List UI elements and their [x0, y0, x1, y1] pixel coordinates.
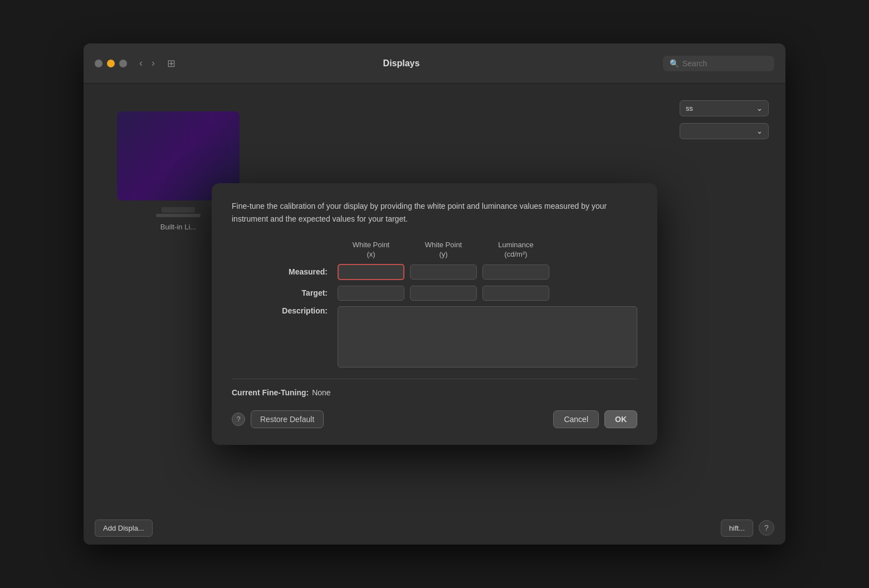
- measured-white-point-y-input[interactable]: [410, 264, 477, 280]
- fine-tuning-value: None: [312, 388, 330, 397]
- ok-button[interactable]: OK: [604, 410, 637, 428]
- header-luminance: Luminance(cd/m²): [482, 241, 549, 259]
- description-textarea[interactable]: [338, 306, 637, 367]
- measured-label: Measured:: [232, 267, 332, 276]
- cancel-button[interactable]: Cancel: [553, 410, 599, 428]
- modal-help-button[interactable]: ?: [232, 413, 245, 426]
- measured-luminance-input[interactable]: [482, 264, 549, 280]
- minimize-button[interactable]: [107, 60, 115, 67]
- modal-overlay: Fine-tune the calibration of your displa…: [84, 84, 785, 545]
- search-box[interactable]: 🔍: [663, 56, 774, 71]
- search-input[interactable]: [682, 59, 768, 68]
- traffic-lights: [95, 60, 127, 67]
- system-preferences-window: ‹ › ⊞ Displays 🔍 Built-in Li... ss ⌄: [84, 43, 785, 545]
- header-empty: [232, 241, 332, 259]
- form-header-row: White Point(x) White Point(y) Luminance(…: [232, 241, 637, 259]
- title-bar: ‹ › ⊞ Displays 🔍: [84, 43, 785, 84]
- modal-description: Fine-tune the calibration of your displa…: [232, 200, 637, 225]
- maximize-button[interactable]: [119, 60, 127, 67]
- target-white-point-x-input[interactable]: [338, 286, 404, 301]
- fine-tuning-label: Current Fine-Tuning:: [232, 388, 309, 397]
- target-label: Target:: [232, 288, 332, 297]
- content-area: Built-in Li... ss ⌄ ⌄ Add Displa... hift…: [84, 84, 785, 545]
- form-section: White Point(x) White Point(y) Luminance(…: [232, 241, 637, 367]
- header-white-point-x: White Point(x): [338, 241, 404, 259]
- measured-row: Measured:: [232, 264, 637, 280]
- description-row: Description:: [232, 306, 637, 367]
- modal-dialog: Fine-tune the calibration of your displa…: [212, 183, 657, 445]
- target-row: Target:: [232, 286, 637, 301]
- divider: [232, 379, 637, 379]
- restore-default-button[interactable]: Restore Default: [251, 410, 324, 428]
- target-luminance-input[interactable]: [482, 286, 549, 301]
- measured-white-point-x-input[interactable]: [338, 264, 404, 280]
- search-icon: 🔍: [670, 59, 679, 68]
- modal-buttons: ? Restore Default Cancel OK: [232, 410, 637, 428]
- header-white-point-y: White Point(y): [410, 241, 477, 259]
- description-label: Description:: [232, 306, 332, 315]
- target-white-point-y-input[interactable]: [410, 286, 477, 301]
- window-title: Displays: [140, 58, 663, 68]
- fine-tuning-row: Current Fine-Tuning: None: [232, 388, 637, 397]
- close-button[interactable]: [95, 60, 102, 67]
